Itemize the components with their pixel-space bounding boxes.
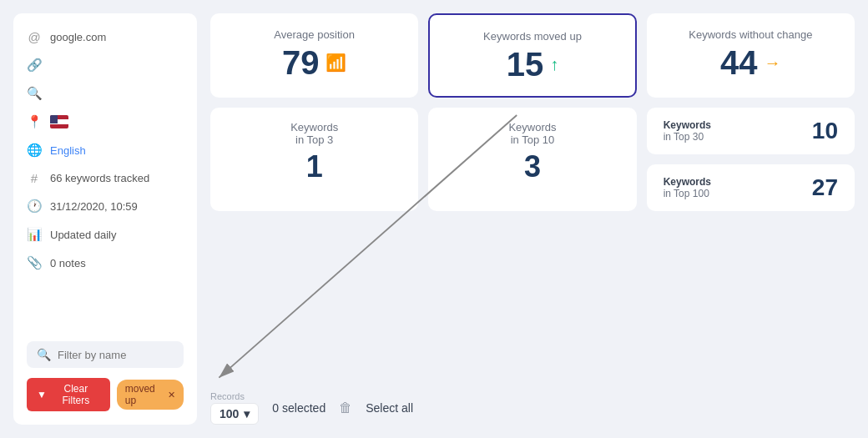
sidebar-notes: 📎 0 notes xyxy=(27,255,184,270)
chevron-down-icon: ▾ xyxy=(244,407,250,420)
keywords-top3-value: 1 xyxy=(227,149,401,184)
location-icon: 📍 xyxy=(27,114,42,129)
clock-icon: 🕐 xyxy=(27,199,42,214)
trash-icon[interactable]: 🗑 xyxy=(339,400,352,415)
keywords-top100-card: Keywords in Top 100 27 xyxy=(647,164,855,211)
selected-count: 0 selected xyxy=(272,401,326,415)
keywords-top30-label: Keywords in Top 30 xyxy=(664,119,711,143)
bottom-bar: Records 100 ▾ 0 selected 🗑 Select all xyxy=(210,391,855,425)
keywords-top100-label: Keywords in Top 100 xyxy=(664,176,711,199)
avg-position-value-row: 79 📶 xyxy=(227,46,401,79)
sidebar-search: 🔍 xyxy=(27,86,184,101)
avg-position-value: 79 xyxy=(282,46,320,79)
paperclip-icon: 📎 xyxy=(27,255,42,270)
filter-tags: ▼ Clear Filters moved up ✕ xyxy=(27,378,184,411)
top30-top100-col: Keywords in Top 30 10 Keywords in Top 10… xyxy=(647,108,855,211)
top-stats-grid: Average position 79 📶 Keywords moved up … xyxy=(210,13,855,98)
chart-icon: 📊 xyxy=(27,227,42,242)
avg-position-card: Average position 79 📶 xyxy=(210,13,418,98)
sidebar-location: 📍 xyxy=(27,114,184,129)
tag-close-icon[interactable]: ✕ xyxy=(168,390,175,400)
at-icon: @ xyxy=(27,30,42,44)
moved-up-tag: moved up ✕ xyxy=(117,380,184,410)
select-all-button[interactable]: Select all xyxy=(366,401,413,415)
sidebar-bottom: 🔍 ▼ Clear Filters moved up ✕ xyxy=(13,341,197,411)
sidebar-domain: @ google.com xyxy=(27,30,184,44)
filter-search-bar[interactable]: 🔍 xyxy=(27,341,184,368)
keywords-no-change-label: Keywords without change xyxy=(664,28,838,41)
filter-search-icon: 🔍 xyxy=(37,348,51,361)
keywords-top3-card: Keywords in Top 3 1 xyxy=(210,108,418,211)
keywords-moved-up-value: 15 xyxy=(507,48,544,81)
keywords-top10-label: Keywords in Top 10 xyxy=(445,121,619,146)
sidebar: @ google.com 🔗 🔍 📍 🌐 English # 66 keywor… xyxy=(13,13,197,425)
link-icon: 🔗 xyxy=(27,58,42,73)
keywords-top10-value: 3 xyxy=(445,149,619,184)
keywords-no-change-value: 44 xyxy=(720,46,758,79)
arrow-up-icon: ↑ xyxy=(550,55,558,74)
bottom-stats-grid: Keywords in Top 3 1 Keywords in Top 10 3… xyxy=(210,108,855,211)
keywords-moved-up-card: Keywords moved up 15 ↑ xyxy=(428,13,636,98)
records-dropdown[interactable]: 100 ▾ xyxy=(210,403,259,425)
keywords-no-change-card: Keywords without change 44 → xyxy=(647,13,855,98)
records-label: Records xyxy=(210,391,259,401)
keywords-top3-label: Keywords in Top 3 xyxy=(227,121,401,146)
keywords-top100-value: 27 xyxy=(812,174,838,201)
records-value: 100 xyxy=(220,407,239,420)
content-area: Average position 79 📶 Keywords moved up … xyxy=(210,13,855,425)
sidebar-keywords-tracked: # 66 keywords tracked xyxy=(27,171,184,185)
globe-icon: 🌐 xyxy=(27,143,42,158)
bar-chart-icon: 📶 xyxy=(326,53,346,73)
clear-filters-button[interactable]: ▼ Clear Filters xyxy=(27,378,110,411)
sidebar-language: 🌐 English xyxy=(27,143,184,158)
keywords-moved-up-value-row: 15 ↑ xyxy=(447,48,618,81)
sidebar-last-updated: 🕐 31/12/2020, 10:59 xyxy=(27,199,184,214)
arrow-right-icon: → xyxy=(765,53,781,73)
hash-icon: # xyxy=(27,171,42,185)
keywords-no-change-value-row: 44 → xyxy=(664,46,838,79)
records-section: Records 100 ▾ xyxy=(210,391,259,425)
flag-icon xyxy=(50,115,68,128)
search-icon: 🔍 xyxy=(27,86,42,101)
sidebar-link: 🔗 xyxy=(27,58,184,73)
keywords-top30-value: 10 xyxy=(812,118,838,144)
sidebar-update-frequency: 📊 Updated daily xyxy=(27,227,184,242)
keywords-top30-card: Keywords in Top 30 10 xyxy=(647,108,855,154)
keywords-top10-card: Keywords in Top 10 3 xyxy=(428,108,636,211)
filter-funnel-icon: ▼ xyxy=(37,389,47,400)
filter-by-name-input[interactable] xyxy=(58,349,174,361)
avg-position-label: Average position xyxy=(227,28,401,41)
keywords-moved-up-label: Keywords moved up xyxy=(447,30,618,43)
